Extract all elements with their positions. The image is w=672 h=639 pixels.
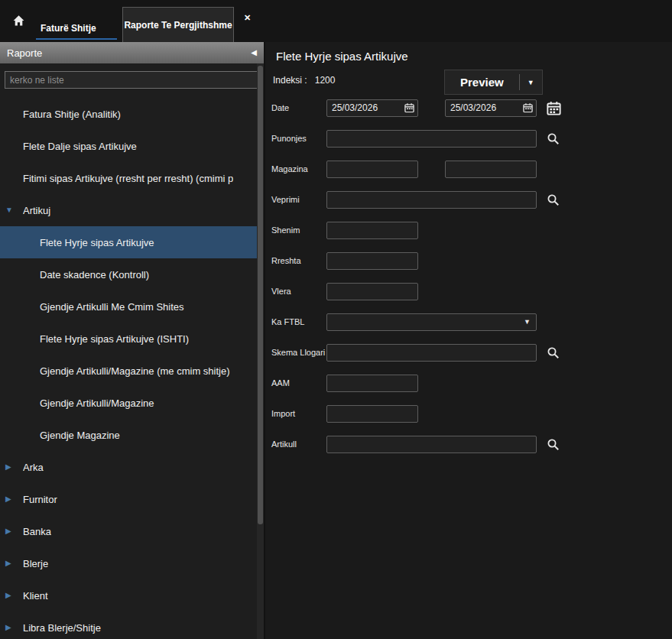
home-icon [12,15,25,30]
tree-item-furnitor[interactable]: ▶Furnitor [0,483,257,515]
field-label-magazina: Magazina [267,164,326,174]
sidebar-search [5,71,259,89]
search-lookup-icon[interactable] [547,346,560,359]
tree-item-label: Fatura Shitje (Analitik) [23,109,121,120]
field-label-aam: AAM [267,378,326,388]
field-controls [326,344,560,362]
collapsed-arrow-icon[interactable]: ▶ [5,527,18,535]
aam-input[interactable] [326,375,418,392]
field-label-artikull: Artikull [267,440,326,449]
collapsed-arrow-icon[interactable]: ▶ [5,463,18,471]
form-row-artikull: Artikull [267,429,672,459]
vlera-input[interactable] [326,283,418,300]
tree-item-artikuj[interactable]: ▼Artikuj [0,194,257,226]
home-button[interactable] [8,12,29,32]
tree-item-flete-dalje-sipas-artikujve[interactable]: Flete Dalje sipas Artikujve [0,130,257,162]
search-lookup-icon[interactable] [547,193,560,206]
tree-item-gjendje-artikulli-me-cmim-shites[interactable]: Gjendje Artikulli Me Cmim Shites [0,290,257,323]
form-row-ka-ftbl: Ka FTBL▼ [267,307,672,337]
tree-item-label: Flete Hyrje sipas Artikujve (ISHTI) [40,333,189,345]
tree-item-label: Libra Blerje/Shitje [23,622,101,634]
tree-item-fitimi-sipas-artikujve-rresht-per-rresht-cmimi-p[interactable]: Fitimi sipas Artikujve (rresht per rresh… [0,162,257,194]
tab-bar: Faturë Shitje ✕ Raporte Te Pergjithshme … [0,0,672,42]
field-controls [326,375,418,392]
form-row-magazina: Magazina [267,154,672,184]
tab-label: Faturë Shitje [41,23,96,34]
search-input[interactable] [5,71,259,89]
preview-dropdown-arrow[interactable]: ▼ [520,70,542,94]
punonjes-input[interactable] [326,130,537,148]
calendar-icon[interactable] [404,103,414,113]
search-lookup-icon[interactable] [547,438,560,451]
tab-raporte-te-pergjithshme[interactable]: Raporte Te Pergjithshme [122,7,234,42]
collapsed-arrow-icon[interactable]: ▶ [5,560,18,567]
field-controls [326,130,560,148]
field-label-date: Date [267,103,326,112]
tree-item-date-skadence-kontroll[interactable]: Date skadence (Kontroll) [0,258,257,290]
form-row-skema-llogari: Skema Llogari [267,337,672,368]
collapsed-arrow-icon[interactable]: ▶ [5,495,18,503]
indeksi-label: Indeksi : [273,75,307,86]
preview-button[interactable]: Preview [445,70,519,94]
tree-item-banka[interactable]: ▶Banka [0,515,257,547]
tree-item-label: Gjendje Magazine [40,430,120,441]
page-title: Flete Hyrje sipas Artikujve [276,50,408,63]
scrollbar-thumb[interactable] [258,66,263,524]
artikull-input[interactable] [326,436,537,453]
tree-item-gjendje-artikulli-magazine-me-cmim-shitje[interactable]: Gjendje Artikulli/Magazine (me cmim shit… [0,355,257,387]
tree-item-gjendje-magazine[interactable]: Gjendje Magazine [0,419,257,451]
field-controls [326,222,418,239]
tree-item-blerje[interactable]: ▶Blerje [0,547,257,579]
tab-fature-shitje[interactable]: Faturë Shitje ✕ [34,0,118,42]
tree-item-libra-blerje-shitje[interactable]: ▶Libra Blerje/Shitje [0,611,257,639]
collapsed-arrow-icon[interactable]: ▶ [5,624,18,631]
form-row-punonjes: Punonjes [267,123,672,154]
import-input[interactable] [326,405,418,423]
search-lookup-icon[interactable] [547,132,560,145]
report-panel: Flete Hyrje sipas Artikujve Indeksi : 12… [267,42,672,639]
field-controls [326,252,418,270]
field-controls [326,436,560,453]
form-row-rreshta: Rreshta [267,245,672,276]
field-label-import: Import [267,409,326,418]
dropdown-arrow-icon[interactable]: ▼ [524,319,531,326]
field-controls [326,99,561,117]
tree-item-label: Date skadence (Kontroll) [40,269,149,281]
magazina-input-1[interactable] [326,161,418,178]
close-tab-icon[interactable]: ✕ [244,13,251,23]
tree-item-label: Fitimi sipas Artikujve (rresht per rresh… [23,173,233,184]
shenim-input[interactable] [326,222,418,239]
field-controls [326,283,418,300]
ka-ftbl-dropdown[interactable]: ▼ [326,313,537,331]
rreshta-input[interactable] [326,252,418,270]
indeksi-row: Indeksi : 1200 [273,75,335,86]
magazina-input-2[interactable] [445,161,537,178]
sidebar-title: Raporte [7,47,251,59]
field-controls [326,191,560,209]
collapsed-arrow-icon[interactable]: ▶ [5,592,18,599]
report-tree: Fatura Shitje (Analitik)Flete Dalje sipa… [0,98,257,639]
skema-llogari-input[interactable] [326,344,537,362]
field-label-vlera: Vlera [267,287,326,296]
field-controls [326,161,537,178]
tree-item-label: Klient [23,590,48,602]
tree-item-label: Arka [23,462,44,473]
field-controls [326,405,418,423]
expanded-arrow-icon[interactable]: ▼ [5,206,18,214]
report-form: DatePunonjesMagazinaVeprimiShenimRreshta… [267,92,672,459]
collapse-panel-icon[interactable]: ◀ [251,49,257,57]
field-label-punonjes: Punonjes [267,134,326,143]
calendar-icon[interactable] [523,103,533,113]
tree-item-klient[interactable]: ▶Klient [0,579,257,611]
field-label-skema-llogari: Skema Llogari [267,348,326,357]
tree-item-flete-hyrje-sipas-artikujve-ishti[interactable]: Flete Hyrje sipas Artikujve (ISHTI) [0,323,257,355]
veprimi-input[interactable] [326,191,537,209]
tree-item-gjendje-artikulli-magazine[interactable]: Gjendje Artikulli/Magazine [0,387,257,419]
tree-item-flete-hyrje-sipas-artikujve[interactable]: Flete Hyrje sipas Artikujve [0,226,257,258]
indeksi-value: 1200 [315,75,336,86]
sidebar-scrollbar[interactable] [257,63,264,639]
tree-item-fatura-shitje-analitik[interactable]: Fatura Shitje (Analitik) [0,98,257,130]
tree-item-arka[interactable]: ▶Arka [0,451,257,483]
calendar-button[interactable] [547,101,561,115]
tree-item-label: Gjendje Artikulli/Magazine (me cmim shit… [40,365,230,377]
